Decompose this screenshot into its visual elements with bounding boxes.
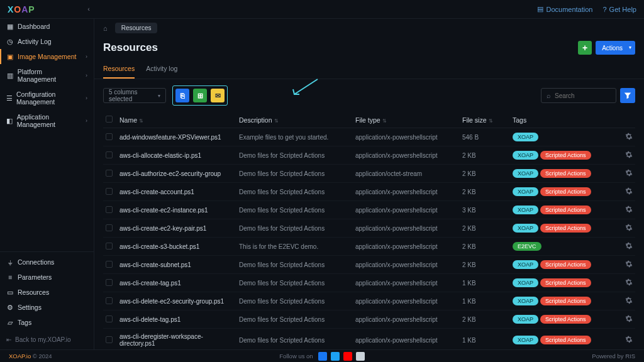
row-checkbox[interactable] (106, 336, 113, 343)
table-row[interactable]: add-windowsfeature-XPSViewer.ps1 Example… (103, 128, 635, 146)
table-row[interactable]: aws-cli-create-ec2-instance.ps1 Demo fil… (103, 201, 635, 219)
twitter-icon[interactable] (331, 352, 340, 361)
help-link[interactable]: ?Get Help (602, 6, 636, 13)
table-row[interactable]: aws-cli-create-tag.ps1 Demo files for Sc… (103, 274, 635, 292)
tag-scripted[interactable]: Scripted Actions (540, 151, 591, 160)
documentation-link[interactable]: ▤Documentation (537, 5, 592, 13)
table-row[interactable]: aws-cli-allocate-elastic-ip.ps1 Demo fil… (103, 146, 635, 165)
row-checkbox[interactable] (106, 261, 113, 268)
cell-filetype: application/x-powershellscript (353, 183, 460, 201)
tag-scripted[interactable]: Scripted Actions (540, 206, 591, 214)
sidebar-item-tags[interactable]: ▱Tags (0, 315, 94, 330)
tag-xoap[interactable]: XOAP (513, 224, 538, 233)
export-copy-button[interactable]: ⎘ (175, 89, 189, 102)
row-settings-button[interactable] (620, 128, 635, 146)
row-settings-button[interactable] (620, 238, 635, 256)
col-name[interactable]: Name⇅ (117, 112, 236, 128)
sidebar-item-activity-log[interactable]: ◷Activity Log (0, 34, 94, 49)
tag-scripted[interactable]: Scripted Actions (540, 187, 591, 196)
sidebar-collapse-icon[interactable]: ‹ (87, 5, 90, 13)
tag-xoap[interactable]: XOAP (513, 169, 538, 178)
search-box[interactable]: ⌕ (541, 88, 616, 103)
tab-activity-log[interactable]: Activity log (146, 60, 177, 79)
sidebar-item-parameters[interactable]: ≡Parameters (0, 270, 94, 285)
tag-xoap[interactable]: XOAP (513, 187, 538, 196)
row-settings-button[interactable] (620, 201, 635, 219)
github-icon[interactable] (356, 352, 365, 361)
breadcrumb-current[interactable]: Resources (115, 23, 158, 33)
tag-xoap[interactable]: XOAP (513, 336, 538, 344)
tag-xoap[interactable]: XOAP (513, 278, 538, 287)
search-input[interactable] (555, 92, 611, 99)
logo[interactable]: XOAP (8, 4, 35, 14)
row-checkbox[interactable] (106, 133, 113, 140)
filter-button[interactable] (620, 88, 635, 103)
row-settings-button[interactable] (620, 165, 635, 183)
tag-xoap[interactable]: XOAP (513, 260, 538, 269)
table-row[interactable]: aws-cli-create-subnet.ps1 Demo files for… (103, 256, 635, 274)
actions-dropdown[interactable]: Actions (596, 41, 635, 55)
row-checkbox[interactable] (106, 279, 113, 286)
table-row[interactable]: aws-cli-create-s3-bucket.ps1 This is for… (103, 238, 635, 256)
tag-scripted[interactable]: Scripted Actions (540, 315, 591, 324)
table-row[interactable]: aws-cli-deregister-workspace-directory.p… (103, 329, 635, 348)
tab-resources[interactable]: Resources (103, 60, 135, 79)
tag-scripted[interactable]: Scripted Actions (540, 336, 591, 344)
row-settings-button[interactable] (620, 292, 635, 310)
tag-xoap[interactable]: XOAP (513, 151, 538, 160)
sidebar-item-application-management[interactable]: ◧Application Management› (0, 109, 94, 132)
tag-xoap[interactable]: XOAP (513, 315, 538, 324)
row-checkbox[interactable] (106, 206, 113, 213)
row-settings-button[interactable] (620, 219, 635, 238)
row-settings-button[interactable] (620, 274, 635, 292)
home-icon[interactable]: ⌂ (103, 25, 108, 32)
tag-xoap[interactable]: XOAP (513, 133, 538, 141)
sidebar-item-settings[interactable]: ⚙Settings (0, 300, 94, 315)
tag-scripted[interactable]: Scripted Actions (540, 260, 591, 269)
tag-scripted[interactable]: Scripted Actions (540, 169, 591, 178)
back-link[interactable]: ⇤ Back to my.XOAP.io (0, 330, 94, 349)
tag-scripted[interactable]: Scripted Actions (540, 297, 591, 305)
col-filesize[interactable]: File size⇅ (460, 112, 510, 128)
row-checkbox[interactable] (106, 151, 113, 158)
table-row[interactable]: aws-cli-delete-tag.ps1 Demo files for Sc… (103, 310, 635, 329)
row-checkbox[interactable] (106, 188, 113, 195)
youtube-icon[interactable] (343, 352, 352, 361)
row-checkbox[interactable] (106, 170, 113, 177)
table-row[interactable]: aws-cli-create-account.ps1 Demo files fo… (103, 183, 635, 201)
sidebar-item-image-management[interactable]: ▣Image Management› (0, 49, 94, 64)
row-settings-button[interactable] (620, 183, 635, 201)
tag-e2evc[interactable]: E2EVC (513, 242, 541, 251)
select-all-checkbox[interactable] (106, 116, 113, 123)
tag-scripted[interactable]: Scripted Actions (540, 224, 591, 233)
sidebar-item-label: Settings (18, 304, 42, 311)
row-settings-button[interactable] (620, 310, 635, 329)
sidebar-item-resources[interactable]: ▭Resources (0, 285, 94, 300)
sidebar-item-configuration-management[interactable]: ☰Configuration Management› (0, 87, 94, 109)
tag-scripted[interactable]: Scripted Actions (540, 278, 591, 287)
facebook-icon[interactable] (318, 352, 327, 361)
export-excel-button[interactable]: ⊞ (193, 89, 207, 102)
row-settings-button[interactable] (620, 329, 635, 348)
table-row[interactable]: aws-cli-delete-ec2-security-group.ps1 De… (103, 292, 635, 310)
row-settings-button[interactable] (620, 256, 635, 274)
footer-brand[interactable]: XOAP.io (9, 353, 31, 359)
add-button[interactable]: + (578, 41, 592, 55)
table-row[interactable]: aws-cli-authorize-ec2-security-group Dem… (103, 165, 635, 183)
export-mail-button[interactable]: ✉ (211, 89, 225, 102)
row-checkbox[interactable] (106, 315, 113, 322)
row-checkbox[interactable] (106, 297, 113, 304)
row-checkbox[interactable] (106, 224, 113, 231)
cell-tags: XOAPScripted Actions (510, 165, 620, 183)
sidebar-item-platform-management[interactable]: ▥Platform Management› (0, 64, 94, 87)
sidebar-item-connections[interactable]: ⏚Connections (0, 255, 94, 270)
table-row[interactable]: aws-cli-create-ec2-key-pair.ps1 Demo fil… (103, 219, 635, 238)
row-checkbox[interactable] (106, 243, 113, 250)
tag-xoap[interactable]: XOAP (513, 297, 538, 305)
row-settings-button[interactable] (620, 146, 635, 165)
tag-xoap[interactable]: XOAP (513, 206, 538, 214)
column-selector[interactable]: 5 columns selected (103, 88, 166, 103)
col-filetype[interactable]: File type⇅ (353, 112, 460, 128)
sidebar-item-dashboard[interactable]: ▦Dashboard (0, 19, 94, 34)
col-description[interactable]: Description⇅ (236, 112, 353, 128)
